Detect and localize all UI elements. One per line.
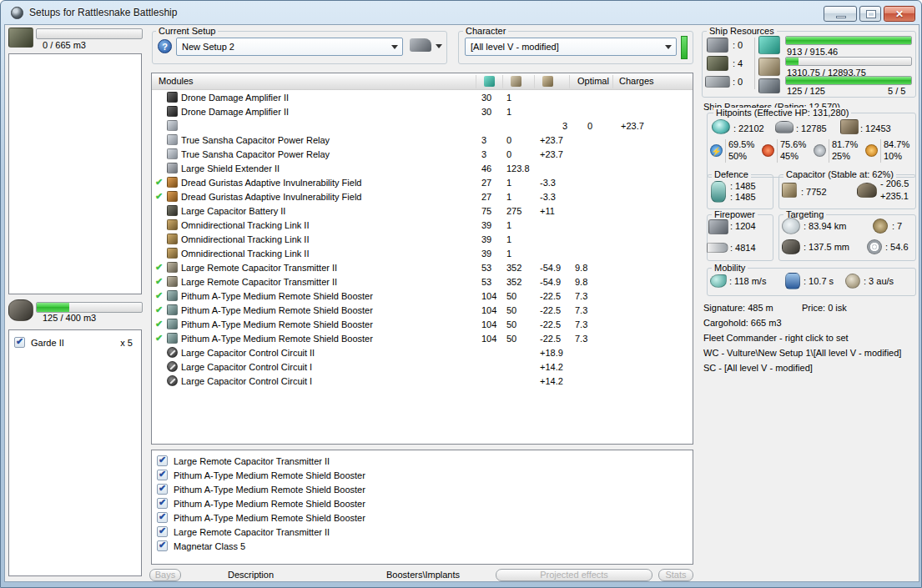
- module-row[interactable]: True Sansha Capacitor Power Relay30+23.7: [152, 147, 693, 161]
- module-row[interactable]: Drone Damage Amplifier II301: [152, 104, 693, 118]
- module-row[interactable]: ✔Dread Guristas Adaptive Invulnerability…: [152, 175, 693, 189]
- charge-row[interactable]: Pithum A-Type Medium Remote Shield Boost…: [152, 468, 693, 482]
- tab-description[interactable]: Description: [228, 570, 274, 580]
- modules-table-header[interactable]: Modules Optimal Charges: [152, 73, 693, 90]
- charge-checkbox[interactable]: [157, 498, 168, 509]
- help-icon[interactable]: ?: [158, 39, 172, 53]
- module-row[interactable]: ✔Pithum A-Type Medium Remote Shield Boos…: [152, 303, 693, 317]
- bays-button[interactable]: Bays: [149, 569, 181, 581]
- module-row[interactable]: 30+23.7: [152, 118, 693, 133]
- charge-checkbox[interactable]: [157, 540, 168, 551]
- charge-name: Pithum A-Type Medium Remote Shield Boost…: [174, 499, 365, 509]
- module-row[interactable]: Large Capacitor Control Circuit II+18.9: [152, 345, 693, 359]
- module-cpu-value: 27: [481, 178, 506, 188]
- max-targets-icon: [873, 219, 888, 234]
- thermal-shield-resist: 75.6%: [780, 139, 806, 149]
- charge-row[interactable]: Pithum A-Type Medium Remote Shield Boost…: [152, 482, 693, 496]
- charge-checkbox[interactable]: [157, 470, 168, 480]
- module-row[interactable]: ✔Pithum A-Type Medium Remote Shield Boos…: [152, 317, 693, 331]
- remote-shield-booster-icon: [167, 304, 178, 315]
- wing-commander-text[interactable]: WC - Vulture\New Setup 1\[All level V - …: [703, 348, 901, 358]
- explosive-shield-resist: 84.7%: [884, 139, 909, 149]
- character-skill-indicator: [681, 36, 688, 59]
- charge-row[interactable]: Magnetar Class 5: [152, 539, 693, 553]
- module-row[interactable]: True Sansha Capacitor Power Relay30+23.7: [152, 133, 693, 147]
- modules-table: Modules Optimal Charges Drone Damage Amp…: [151, 73, 693, 445]
- stats-button[interactable]: Stats: [658, 569, 693, 581]
- max-targets-value: : 7: [892, 221, 902, 231]
- module-optimal-value: 9.8: [575, 263, 612, 273]
- module-cap-value: +18.9: [540, 348, 575, 358]
- module-optimal-value: 7.3: [575, 291, 612, 301]
- module-name: Dread Guristas Adaptive Invulnerability …: [181, 178, 481, 188]
- charge-checkbox[interactable]: [157, 484, 168, 495]
- module-pg-value: 1: [506, 249, 540, 259]
- module-row[interactable]: Large Capacitor Control Circuit I+14.2: [152, 374, 693, 388]
- charge-row[interactable]: Pithum A-Type Medium Remote Shield Boost…: [152, 510, 693, 525]
- drone-list[interactable]: Garde IIx 5: [8, 329, 142, 576]
- module-row[interactable]: Omnidirectional Tracking Link II391: [152, 246, 693, 260]
- module-row[interactable]: Large Capacitor Control Circuit I+14.2: [152, 359, 693, 374]
- dps-value: : 4814: [730, 243, 756, 253]
- module-cap-value: -22.5: [540, 319, 575, 329]
- module-pg-value: 1: [506, 107, 540, 117]
- charge-row[interactable]: Large Remote Capacitor Transmitter II: [152, 525, 693, 539]
- rig-icon: [167, 361, 178, 372]
- remote-capacitor-transmitter-icon: [167, 276, 178, 287]
- charge-checkbox[interactable]: [157, 455, 168, 466]
- drone-damage-amplifier-icon: [167, 106, 178, 117]
- module-name: Large Remote Capacitor Transmitter II: [181, 277, 481, 287]
- ship-menu-icon[interactable]: [410, 38, 431, 52]
- turret-hardpoint-icon: [707, 38, 728, 53]
- current-setup-value: New Setup 2: [182, 42, 234, 52]
- drone-checkbox[interactable]: [14, 337, 25, 348]
- tracking-link-icon: [167, 248, 178, 259]
- maximize-button[interactable]: [859, 6, 881, 22]
- minimize-button[interactable]: [824, 6, 857, 22]
- module-pg-value: 352: [506, 277, 540, 287]
- module-row[interactable]: ✔Pithum A-Type Medium Remote Shield Boos…: [152, 289, 693, 303]
- charge-row[interactable]: Large Remote Capacitor Transmitter II: [152, 454, 693, 468]
- title-bar[interactable]: Setups for Rattlesnake Battleship ✕: [1, 1, 921, 24]
- module-row[interactable]: ✔Dread Guristas Adaptive Invulnerability…: [152, 189, 693, 204]
- squad-commander-text[interactable]: SC - [All level V - modified]: [703, 363, 813, 373]
- launcher-hardpoint-icon: [707, 56, 728, 71]
- tab-boosters-implants[interactable]: Boosters\Implants: [386, 570, 460, 580]
- module-row[interactable]: ✔Large Remote Capacitor Transmitter II53…: [152, 274, 693, 289]
- cargohold-icon: [8, 28, 33, 48]
- turret-count: : 0: [733, 40, 743, 50]
- module-row[interactable]: Drone Damage Amplifier II301: [152, 90, 693, 104]
- drone-bay-capacity-label: 125 / 400 m3: [43, 313, 96, 323]
- thermal-resist-icon: [762, 144, 774, 157]
- module-row[interactable]: Omnidirectional Tracking Link II391: [152, 232, 693, 246]
- charge-name: Pithum A-Type Medium Remote Shield Boost…: [174, 470, 365, 480]
- drone-row[interactable]: Garde IIx 5: [9, 335, 141, 349]
- warp-speed-value: : 3 au/s: [864, 276, 894, 286]
- chevron-down-icon: [391, 45, 398, 49]
- module-row[interactable]: ✔Pithum A-Type Medium Remote Shield Boos…: [152, 331, 693, 345]
- fleet-commander-text[interactable]: Fleet Commander - right click to set: [703, 333, 849, 343]
- module-row[interactable]: Large Shield Extender II46123.8: [152, 161, 693, 175]
- module-name: Omnidirectional Tracking Link II: [181, 220, 481, 230]
- charge-checkbox[interactable]: [157, 526, 168, 537]
- projected-effects-button[interactable]: Projected effects: [496, 569, 652, 581]
- charge-row[interactable]: Pithum A-Type Medium Remote Shield Boost…: [152, 496, 693, 510]
- module-row[interactable]: Omnidirectional Tracking Link II391: [152, 218, 693, 232]
- module-cpu-value: 27: [481, 192, 506, 202]
- rig-slot-icon: [705, 76, 730, 88]
- module-row[interactable]: Large Capacitor Battery II75275+11: [152, 204, 693, 218]
- close-button[interactable]: ✕: [884, 6, 915, 22]
- launcher-count: : 4: [733, 58, 743, 68]
- ship-menu-chevron-icon[interactable]: [436, 44, 442, 48]
- capacitor-icon: [782, 183, 797, 198]
- cargo-list[interactable]: [8, 53, 142, 294]
- structure-hp-value: : 12453: [860, 123, 891, 133]
- charge-checkbox[interactable]: [157, 512, 168, 523]
- setups-window: Setups for Rattlesnake Battleship ✕ 0 / …: [0, 0, 922, 588]
- calibration-bar: [785, 76, 912, 85]
- current-setup-select[interactable]: New Setup 2: [176, 38, 403, 56]
- character-select[interactable]: [All level V - modified]: [465, 38, 677, 56]
- module-cap-value: +11: [540, 206, 575, 216]
- module-name: Pithum A-Type Medium Remote Shield Boost…: [181, 334, 481, 344]
- module-row[interactable]: ✔Large Remote Capacitor Transmitter II53…: [152, 260, 693, 274]
